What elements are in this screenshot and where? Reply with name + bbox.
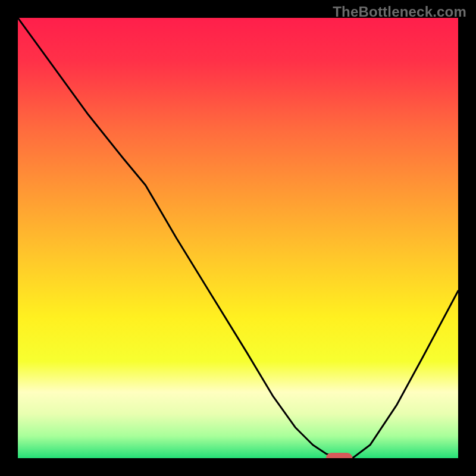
chart-frame: TheBottleneck.com xyxy=(0,0,476,476)
plot-area xyxy=(18,18,458,458)
chart-svg xyxy=(18,18,458,458)
optimal-marker xyxy=(326,453,352,458)
gradient-background xyxy=(18,18,458,458)
